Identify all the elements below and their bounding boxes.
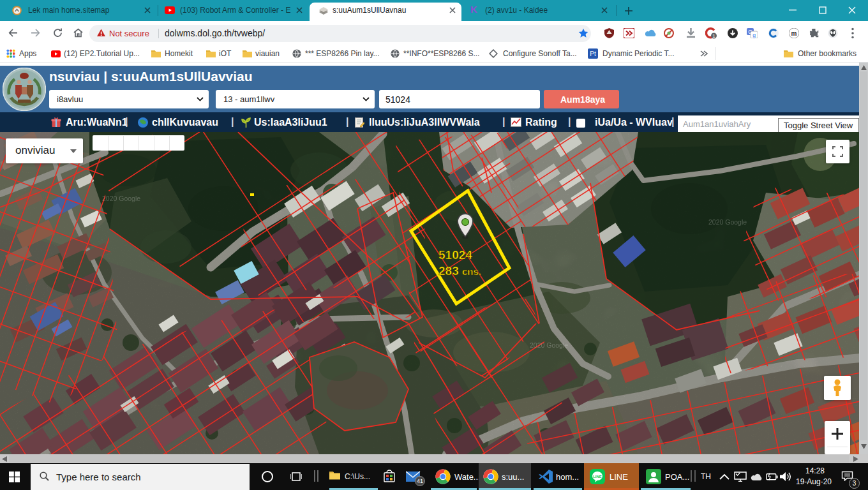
- svg-text:283 cns.: 283 cns.: [438, 264, 481, 278]
- svg-text:m: m: [791, 30, 797, 37]
- svg-text:2020 Google: 2020 Google: [102, 195, 140, 202]
- svg-text:2020 Google: 2020 Google: [708, 218, 747, 226]
- svg-text:g: g: [752, 32, 756, 38]
- svg-text:2020 Google: 2020 Google: [530, 341, 568, 349]
- svg-text:51024: 51024: [438, 248, 472, 262]
- svg-text:1: 1: [712, 33, 715, 39]
- svg-text:LINE: LINE: [593, 475, 602, 479]
- svg-text:Pt: Pt: [590, 50, 596, 57]
